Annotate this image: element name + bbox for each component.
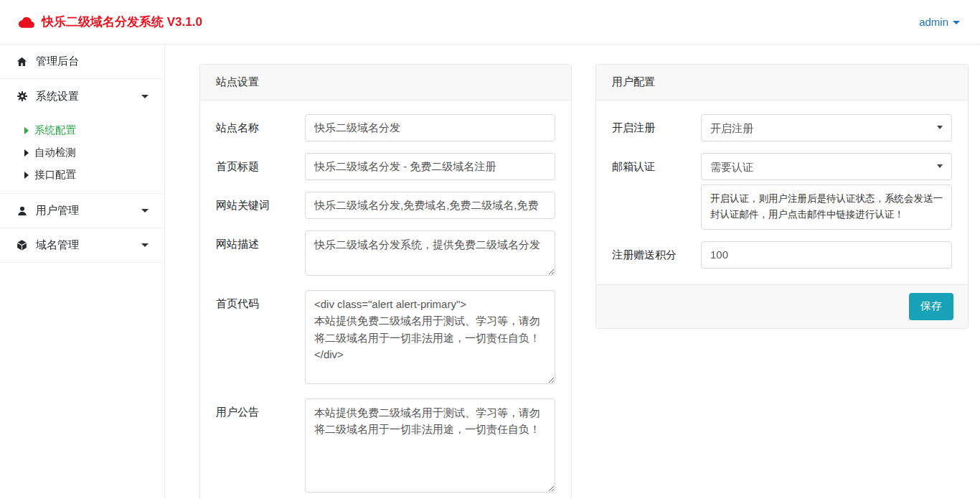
caret-right-icon [24,149,29,157]
user-menu[interactable]: admin [919,16,960,28]
caret-down-icon [953,21,960,24]
email-auth-help-text: 开启认证，则用户注册后是待认证状态，系统会发送一封认证邮件，用户点击邮件中链接进… [701,185,952,230]
gear-icon [16,90,28,102]
sidebar-item-dashboard[interactable]: 管理后台 [0,45,164,79]
form-row: 邮箱认证 需要认证 开启认证，则用户注册后是待认证状态，系统会发送一封认证邮件，… [612,153,952,230]
form-row: 首页标题 [216,153,555,180]
form-row: 网站关键词 [216,192,555,219]
register-label: 开启注册 [612,114,701,141]
site-name-label: 站点名称 [216,114,305,141]
chevron-down-icon [141,95,149,98]
site-settings-card: 站点设置 站点名称 首页标题 网站关键词 网站描述 快乐二级域名分发系统，提供免… [199,64,572,499]
sidebar-item-user-management[interactable]: 用户管理 [0,194,164,228]
form-row: 开启注册 开启注册 [612,114,952,141]
reg-points-label: 注册赠送积分 [612,241,701,269]
app-brand: 快乐二级域名分发系统 V3.1.0 [18,14,202,30]
home-title-input[interactable] [305,153,555,180]
top-navbar: 快乐二级域名分发系统 V3.1.0 admin [0,0,980,45]
submenu-item-api-config[interactable]: 接口配置 [0,164,164,186]
email-auth-select-wrap: 需要认证 [701,153,952,180]
system-settings-submenu: 系统配置 自动检测 接口配置 [0,113,164,194]
email-auth-label: 邮箱认证 [612,153,701,230]
submenu-item-label: 自动检测 [34,146,76,159]
sidebar: 管理后台 系统设置 [0,45,165,499]
home-code-textarea[interactable]: <div class="alert alert-primary"> 本站提供免费… [305,290,555,384]
register-select[interactable]: 开启注册 [701,114,952,141]
submenu-item-auto-detect[interactable]: 自动检测 [0,141,164,164]
register-select-wrap: 开启注册 [701,114,952,141]
home-code-label: 首页代码 [216,290,305,387]
user-config-form: 开启注册 开启注册 邮箱认证 需要认证 [596,101,968,284]
description-textarea[interactable]: 快乐二级域名分发系统，提供免费二级域名分发 [305,230,555,276]
description-label: 网站描述 [216,230,305,279]
submenu-item-label: 接口配置 [34,168,76,182]
sidebar-item-label: 系统设置 [36,90,79,103]
username-label: admin [919,16,948,28]
home-title-label: 首页标题 [216,153,305,180]
card-title: 用户配置 [596,65,968,101]
form-row: 网站描述 快乐二级域名分发系统，提供免费二级域名分发 [216,230,555,279]
reg-points-input[interactable] [701,241,952,269]
sidebar-item-label: 域名管理 [36,238,79,252]
sidebar-item-label: 用户管理 [36,204,79,218]
user-config-card: 用户配置 开启注册 开启注册 邮箱认证 需要认证 [595,64,969,329]
sidebar-item-domain-management[interactable]: 域名管理 [0,228,164,263]
form-row: 站点名称 [216,114,555,141]
submenu-item-system-config[interactable]: 系统配置 [0,119,164,141]
user-notice-textarea[interactable]: 本站提供免费二级域名用于测试、学习等，请勿将二级域名用于一切非法用途，一切责任自… [305,398,555,493]
card-footer: 保存 [596,284,968,328]
keywords-input[interactable] [305,192,555,219]
sidebar-item-label: 管理后台 [36,55,79,68]
caret-right-icon [24,127,29,134]
keywords-label: 网站关键词 [216,192,305,219]
user-notice-label: 用户公告 [216,398,305,495]
cube-icon [16,239,28,251]
site-name-input[interactable] [305,114,555,141]
caret-right-icon [24,172,29,179]
chevron-down-icon [141,243,149,247]
user-icon [16,205,28,217]
form-row: 注册赠送积分 [612,241,952,269]
chevron-down-icon [141,209,149,213]
form-row: 用户公告 本站提供免费二级域名用于测试、学习等，请勿将二级域名用于一切非法用途，… [216,398,555,495]
email-auth-select[interactable]: 需要认证 [701,153,952,180]
cloud-icon [18,16,35,29]
save-button[interactable]: 保存 [909,293,953,320]
sidebar-item-system-settings[interactable]: 系统设置 [0,79,164,113]
site-settings-form: 站点名称 首页标题 网站关键词 网站描述 快乐二级域名分发系统，提供免费二级域名… [200,101,571,499]
home-icon [16,56,28,67]
card-title: 站点设置 [200,65,571,101]
main-content: 站点设置 站点名称 首页标题 网站关键词 网站描述 快乐二级域名分发系统，提供免… [165,45,980,499]
app-title: 快乐二级域名分发系统 V3.1.0 [42,14,202,30]
submenu-item-label: 系统配置 [34,123,76,137]
form-row: 首页代码 <div class="alert alert-primary"> 本… [216,290,555,387]
